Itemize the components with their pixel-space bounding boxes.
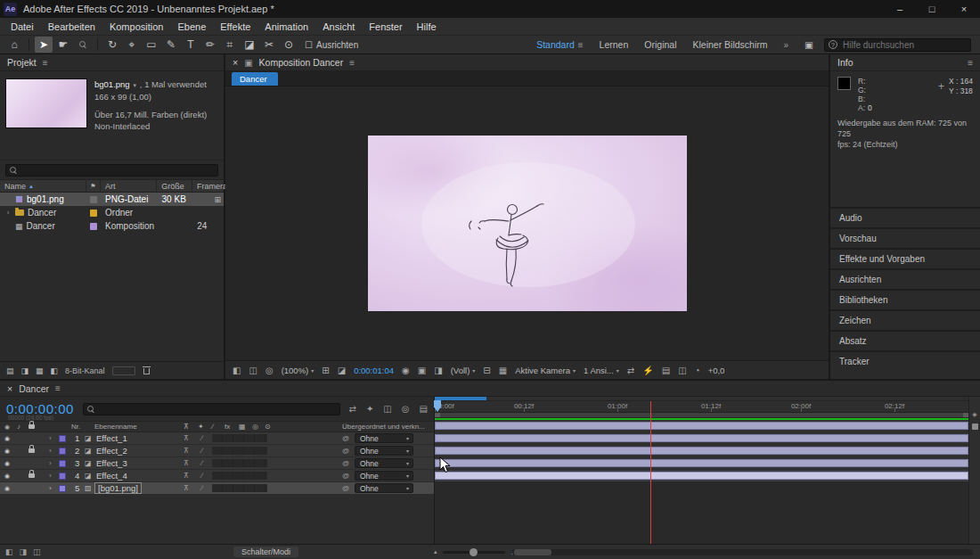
timeline-panel-menu-icon[interactable]: ≡ — [55, 383, 61, 393]
layer-visibility-icon[interactable]: ◉ — [4, 432, 10, 444]
composition-panel-tab[interactable]: × ▣ Komposition Dancer ≡ — [225, 54, 829, 71]
frame-blending-icon[interactable]: ◫ — [383, 404, 391, 414]
column-header-label[interactable]: ⚑ — [86, 180, 101, 192]
lock-column-icon[interactable] — [29, 422, 35, 432]
snapshot-icon[interactable]: ◉ — [402, 366, 410, 375]
work-area-start-handle[interactable] — [435, 413, 440, 417]
close-button[interactable]: × — [948, 0, 980, 18]
layer-visibility-icon[interactable]: ◉ — [4, 457, 10, 469]
always-preview-icon[interactable]: ◧ — [233, 366, 241, 375]
menu-bearbeiten[interactable]: Bearbeiten — [41, 21, 102, 32]
switches-modes-toggle-button[interactable]: Schalter/Modi — [233, 547, 298, 557]
label-color-chip[interactable] — [90, 223, 97, 230]
time-ruler[interactable]: 0:00f 00:12f 01:00f 01:12f 02:00f 02:12f — [435, 401, 980, 413]
more-workspaces-icon[interactable]: » — [784, 40, 789, 50]
comp-marker-icon[interactable]: ◈ — [972, 411, 976, 418]
composition-canvas-image[interactable] — [368, 136, 687, 311]
toggle-transfer-pane-icon[interactable]: ◨ — [20, 547, 28, 556]
column-header-type[interactable]: Art — [101, 180, 157, 192]
interpret-footage-icon[interactable]: ▤ — [6, 366, 14, 375]
timeline-search-box[interactable] — [83, 403, 340, 415]
layer-track-selected[interactable] — [435, 470, 980, 482]
draft-column-icon[interactable]: ✦ — [198, 422, 204, 432]
layer-expander-icon[interactable]: › — [49, 432, 52, 444]
info-panel-menu-icon[interactable]: ≡ — [968, 58, 973, 68]
snap-control[interactable]: ☐ Ausrichten — [305, 40, 358, 50]
layer-duration-bar[interactable] — [435, 447, 968, 455]
motion-blur-column-icon[interactable]: ◎ — [252, 422, 258, 432]
camera-dropdown[interactable]: Aktive Kamera ▾ — [515, 366, 576, 375]
quality-switch-icon[interactable]: ∕ — [201, 457, 202, 469]
timeline-zoom-slider[interactable] — [443, 551, 505, 554]
pixel-aspect-icon[interactable]: ⇄ — [627, 366, 634, 375]
layer-track[interactable] — [435, 445, 980, 457]
parent-dropdown[interactable]: Ohne ▾ — [355, 471, 413, 481]
audio-column-icon[interactable]: ♪ — [17, 422, 20, 432]
video-column-icon[interactable]: ◉ — [4, 422, 10, 432]
show-channels-icon[interactable]: ◨ — [434, 366, 442, 375]
menu-ansicht[interactable]: Ansicht — [315, 21, 362, 32]
composition-mini-flow-icon[interactable]: ⇄ — [349, 404, 356, 414]
layer-expander-icon[interactable]: › — [49, 457, 52, 469]
timeline-layer-row[interactable]: ◉ › 1 ◪ Effect_1 ⊼ ∕ @ Ohne ▾ — [0, 432, 434, 445]
pick-whip-icon[interactable]: @ — [342, 470, 349, 481]
type-tool-icon[interactable]: T — [182, 37, 200, 53]
flowchart-button-icon[interactable]: ◫ — [678, 366, 686, 375]
panel-tab-vorschau[interactable]: Vorschau — [830, 227, 980, 248]
mask-visibility-icon[interactable]: ◪ — [338, 366, 346, 375]
menu-effekte[interactable]: Effekte — [213, 21, 257, 32]
workspace-original[interactable]: Original — [644, 39, 676, 50]
maximize-button[interactable]: □ — [916, 0, 948, 18]
layer-switch-matrix[interactable] — [212, 447, 267, 455]
reset-exposure-icon[interactable]: ◔ — [695, 366, 700, 375]
panel-tab-absatz[interactable]: Absatz — [830, 330, 980, 350]
menu-datei[interactable]: Datei — [4, 21, 41, 32]
orbit-camera-tool-icon[interactable]: ↻ — [103, 37, 121, 53]
layer-label-chip[interactable] — [59, 482, 66, 494]
project-bit-depth[interactable]: 8-Bit-Kanal — [65, 366, 105, 375]
3d-column-icon[interactable]: ⊙ — [265, 422, 271, 432]
pick-whip-icon[interactable]: @ — [342, 445, 349, 456]
timeline-track-area[interactable]: 0:00f 00:12f 01:00f 01:12f 02:00f 02:12f — [435, 397, 980, 544]
zoom-tool-icon[interactable] — [74, 37, 92, 53]
adjustment-column-icon[interactable]: ▦ — [239, 422, 246, 432]
view-layout-dropdown[interactable]: 1 Ansi... ▾ — [584, 366, 619, 375]
panel-tab-audio[interactable]: Audio — [830, 207, 980, 227]
project-search-box[interactable] — [5, 164, 218, 177]
comp-panel-menu-icon[interactable]: ≡ — [349, 58, 355, 68]
parent-dropdown[interactable]: Ohne ▾ — [355, 483, 413, 493]
pan-behind-tool-icon[interactable]: ⌖ — [123, 37, 141, 53]
timeline-layer-row[interactable]: ◉ › 3 ◪ Effect_3 ⊼ ∕ @ Ohne ▾ — [0, 457, 434, 470]
pick-whip-icon[interactable]: @ — [342, 482, 349, 494]
timeline-layer-row[interactable]: ◉ › 4 ◪ Effect_4 ⊼ ∕ @ Ohne ▾ — [0, 470, 434, 482]
brush-tool-icon[interactable]: ✏ — [201, 37, 219, 53]
timeline-tab-close-icon[interactable]: × — [7, 383, 12, 394]
project-panel-tab[interactable]: Projekt ≡ — [0, 54, 224, 71]
pick-whip-icon[interactable]: @ — [342, 457, 349, 469]
layer-label-chip[interactable] — [59, 445, 66, 456]
clone-stamp-tool-icon[interactable]: ⌗ — [221, 37, 239, 53]
layer-visibility-icon[interactable]: ◉ — [4, 470, 10, 481]
collapse-column-icon[interactable]: ⊼ — [184, 422, 189, 432]
draft-3d-icon[interactable]: ✦ — [366, 404, 373, 414]
project-row-dancer-folder[interactable]: › Dancer Ordner — [0, 206, 224, 219]
layer-switch-matrix[interactable] — [212, 434, 267, 442]
layer-track[interactable] — [435, 432, 980, 445]
resolution-dropdown[interactable]: (Voll) ▾ — [451, 366, 476, 375]
zoom-slider-thumb[interactable] — [470, 548, 478, 556]
layer-switch-matrix[interactable] — [212, 484, 267, 492]
scrollbar-thumb[interactable] — [514, 549, 551, 555]
workspace-menu-icon[interactable]: ≡ — [578, 40, 584, 50]
timeline-search-input[interactable] — [98, 403, 336, 415]
layer-name[interactable]: [bg01.png] — [94, 482, 142, 494]
viewer-tab-dancer[interactable]: Dancer — [232, 72, 278, 86]
comp-tab-close-icon[interactable]: × — [233, 57, 238, 68]
fast-preview-icon[interactable]: ⚡ — [642, 366, 653, 375]
folder-expander-icon[interactable]: › — [4, 209, 12, 217]
quality-switch-icon[interactable]: ∕ — [201, 482, 202, 494]
project-panel-menu-icon[interactable]: ≡ — [43, 58, 48, 68]
layer-expander-icon[interactable]: › — [49, 445, 52, 456]
layer-duration-bar[interactable] — [435, 422, 968, 430]
layer-lock-icon[interactable] — [29, 470, 35, 481]
layer-switch-matrix[interactable] — [212, 472, 267, 480]
